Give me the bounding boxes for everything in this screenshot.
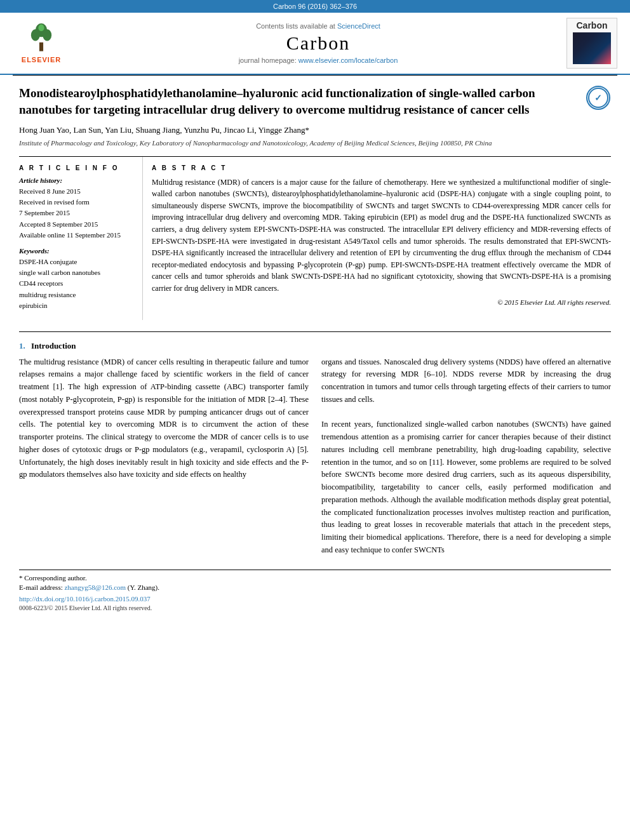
article-body: Monodistearoylphosphatidylethanolamine–h…	[0, 76, 630, 624]
article-info-heading: A R T I C L E I N F O	[19, 164, 133, 171]
svg-rect-4	[39, 43, 43, 51]
intro-two-col: The multidrug resistance (MDR) of cancer…	[19, 356, 611, 557]
email-link[interactable]: zhangyg58@126.com	[64, 583, 126, 591]
authors-list: Hong Juan Yao, Lan Sun, Yan Liu, Shuang …	[19, 125, 611, 135]
footer-copyright: 0008-6223/© 2015 Elsevier Ltd. All right…	[19, 604, 611, 611]
email-line: E-mail address: zhangyg58@126.com (Y. Zh…	[19, 583, 611, 591]
article-info-column: A R T I C L E I N F O Article history: R…	[19, 157, 143, 320]
keyword-4: multidrug resistance	[19, 290, 133, 300]
section-number: 1.	[19, 341, 25, 350]
carbon-cover-image: Carbon	[566, 18, 617, 69]
history-label: Article history:	[19, 177, 133, 184]
section-title: Introduction	[31, 341, 76, 350]
svg-point-5	[38, 24, 44, 31]
svg-text:✓: ✓	[594, 93, 602, 103]
keyword-2: single wall carbon nanotubes	[19, 268, 133, 277]
journal-citation-bar: Carbon 96 (2016) 362–376	[0, 0, 630, 13]
homepage-url[interactable]: www.elsevier.com/locate/carbon	[298, 57, 398, 64]
crossmark-badge: ✓	[586, 85, 611, 110]
intro-text-right: organs and tissues. Nanoscaled drug deli…	[321, 356, 611, 557]
sciencedirect-link[interactable]: ScienceDirect	[337, 22, 380, 30]
email-label: E-mail address:	[19, 583, 63, 591]
introduction-section: 1. Introduction The multidrug resistance…	[19, 331, 611, 557]
contents-line: Contents lists available at ScienceDirec…	[70, 22, 566, 30]
corresponding-author-note: * Corresponding author.	[19, 574, 611, 582]
keywords-section: Keywords: DSPE-HA conjugate single wall …	[19, 247, 133, 311]
email-name: (Y. Zhang).	[128, 583, 159, 591]
footnote-area: * Corresponding author. E-mail address: …	[19, 570, 611, 611]
info-abstract-section: A R T I C L E I N F O Article history: R…	[19, 156, 611, 320]
journal-header: ELSEVIER Contents lists available at Sci…	[0, 13, 630, 75]
svg-point-3	[43, 29, 51, 41]
accepted-date: Accepted 8 September 2015	[19, 220, 133, 229]
intro-col-right: organs and tissues. Nanoscaled drug deli…	[321, 356, 611, 557]
corresponding-label: * Corresponding author.	[19, 574, 87, 582]
abstract-text: Multidrug resistance (MDR) of cancers is…	[152, 177, 611, 295]
authors-text: Hong Juan Yao, Lan Sun, Yan Liu, Shuang …	[19, 125, 309, 135]
intro-col-left: The multidrug resistance (MDR) of cancer…	[19, 356, 309, 557]
journal-info: Contents lists available at ScienceDirec…	[70, 22, 566, 64]
elsevier-logo: ELSEVIER	[13, 23, 70, 63]
keyword-3: CD44 receptors	[19, 279, 133, 288]
elsevier-tree-icon	[25, 23, 57, 55]
article-title: Monodistearoylphosphatidylethanolamine–h…	[19, 85, 586, 117]
abstract-copyright: © 2015 Elsevier Ltd. All rights reserved…	[152, 298, 611, 306]
keywords-label: Keywords:	[19, 247, 133, 255]
svg-point-2	[31, 29, 40, 41]
elsevier-wordmark: ELSEVIER	[22, 56, 61, 63]
abstract-heading: A B S T R A C T	[152, 164, 611, 171]
available-date: Available online 11 September 2015	[19, 230, 133, 240]
journal-citation: Carbon 96 (2016) 362–376	[273, 3, 357, 10]
doi-line[interactable]: http://dx.doi.org/10.1016/j.carbon.2015.…	[19, 595, 611, 603]
affiliation: Institute of Pharmacology and Toxicology…	[19, 138, 611, 148]
section-heading: 1. Introduction	[19, 341, 611, 351]
title-area: Monodistearoylphosphatidylethanolamine–h…	[19, 85, 611, 117]
crossmark-icon: ✓	[586, 86, 610, 110]
revised-date: 7 September 2015	[19, 208, 133, 218]
keyword-1: DSPE-HA conjugate	[19, 257, 133, 267]
journal-title: Carbon	[70, 32, 566, 54]
homepage-label: journal homepage:	[239, 57, 297, 64]
intro-text-left: The multidrug resistance (MDR) of cancer…	[19, 356, 309, 482]
revised-label: Received in revised form	[19, 197, 133, 207]
doi-link[interactable]: http://dx.doi.org/10.1016/j.carbon.2015.…	[19, 595, 151, 603]
abstract-column: A B S T R A C T Multidrug resistance (MD…	[152, 157, 611, 320]
received-date: Received 8 June 2015	[19, 187, 133, 196]
contents-text: Contents lists available at	[256, 22, 335, 30]
journal-homepage: journal homepage: www.elsevier.com/locat…	[70, 57, 566, 64]
keyword-5: epirubicin	[19, 301, 133, 310]
